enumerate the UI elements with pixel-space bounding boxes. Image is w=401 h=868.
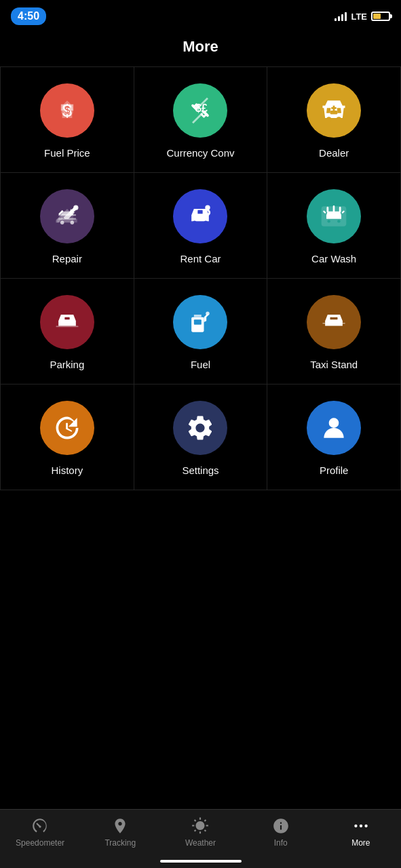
weather-icon xyxy=(191,816,210,835)
dealer-icon xyxy=(307,83,361,138)
grid-item-history[interactable]: History xyxy=(1,384,134,490)
svg-point-18 xyxy=(328,220,330,222)
grid-item-settings[interactable]: Settings xyxy=(134,384,268,490)
tracking-nav-label: Tracking xyxy=(104,838,136,848)
dealer-label: Dealer xyxy=(319,147,349,159)
currency-label: Currency Conv xyxy=(166,147,234,159)
svg-rect-15 xyxy=(198,210,203,214)
svg-point-14 xyxy=(204,220,208,224)
svg-point-12 xyxy=(73,205,78,210)
status-right: LTE xyxy=(335,12,390,22)
svg-text:$: $ xyxy=(64,104,70,115)
parking-label: Parking xyxy=(50,359,84,370)
network-label: LTE xyxy=(351,12,367,22)
taxi-icon xyxy=(307,295,361,349)
repair-label: Repair xyxy=(52,253,82,264)
grid-item-profile[interactable]: Profile xyxy=(267,384,401,490)
page-title: More xyxy=(0,30,401,66)
svg-point-26 xyxy=(206,311,210,315)
grid-item-car-wash[interactable]: Car Wash xyxy=(267,173,401,279)
profile-label: Profile xyxy=(320,465,349,476)
tracking-icon xyxy=(111,816,130,835)
nav-more[interactable]: More xyxy=(334,816,388,848)
more-icon xyxy=(351,816,370,835)
fuel-label: Fuel xyxy=(191,359,210,370)
info-icon xyxy=(271,816,290,835)
grid-item-dealer[interactable]: Dealer xyxy=(267,67,401,173)
grid-item-rent-car[interactable]: Rent Car xyxy=(134,173,268,279)
info-nav-label: Info xyxy=(274,838,288,848)
svg-point-27 xyxy=(326,326,330,330)
svg-rect-8 xyxy=(330,111,338,115)
nav-speedometer[interactable]: Speedometer xyxy=(13,816,67,848)
weather-nav-label: Weather xyxy=(185,838,216,848)
car-wash-icon xyxy=(307,189,361,243)
svg-point-11 xyxy=(70,220,73,224)
taxi-stand-label: Taxi Stand xyxy=(310,359,358,370)
history-icon xyxy=(40,401,94,455)
svg-point-7 xyxy=(337,117,341,121)
currency-icon: $ £ xyxy=(173,83,227,138)
battery-icon xyxy=(371,12,390,21)
nav-info[interactable]: Info xyxy=(254,816,308,848)
fuel-price-label: Fuel Price xyxy=(44,147,90,159)
speedometer-nav-label: Speedometer xyxy=(16,838,64,848)
repair-icon xyxy=(40,189,94,243)
svg-point-10 xyxy=(60,220,64,224)
settings-icon xyxy=(173,401,227,455)
svg-rect-30 xyxy=(331,315,336,317)
battery-fill xyxy=(373,14,381,19)
svg-rect-29 xyxy=(330,317,338,320)
svg-rect-22 xyxy=(64,317,69,320)
car-wash-label: Car Wash xyxy=(311,253,356,264)
svg-point-16 xyxy=(206,205,210,210)
feature-grid: $$ Fuel Price $ £ Currency Conv xyxy=(0,66,401,490)
grid-item-parking[interactable]: Parking xyxy=(1,279,134,384)
svg-point-33 xyxy=(354,825,357,827)
status-time: 4:50 xyxy=(11,7,46,25)
grid-item-fuel[interactable]: Fuel xyxy=(134,279,268,384)
svg-point-31 xyxy=(329,418,339,428)
svg-point-13 xyxy=(193,220,197,224)
speedometer-icon xyxy=(31,816,50,835)
nav-weather[interactable]: Weather xyxy=(173,816,227,848)
grid-item-taxi-stand[interactable]: Taxi Stand xyxy=(267,279,401,384)
signal-icon xyxy=(335,12,347,21)
status-bar: 4:50 LTE xyxy=(0,0,401,30)
svg-point-19 xyxy=(337,220,340,222)
svg-point-28 xyxy=(338,326,342,330)
history-label: History xyxy=(51,465,83,476)
more-nav-label: More xyxy=(351,838,370,848)
svg-rect-25 xyxy=(194,319,202,324)
fuel-icon xyxy=(173,295,227,349)
profile-icon xyxy=(307,401,361,455)
nav-tracking[interactable]: Tracking xyxy=(93,816,147,848)
grid-item-repair[interactable]: Repair xyxy=(1,173,134,279)
svg-point-34 xyxy=(360,825,362,827)
svg-point-32 xyxy=(39,825,41,827)
parking-icon xyxy=(40,295,94,349)
fuel-price-icon: $$ xyxy=(40,83,94,138)
settings-label: Settings xyxy=(182,465,218,476)
grid-item-fuel-price[interactable]: $$ Fuel Price xyxy=(1,67,134,173)
grid-item-currency[interactable]: $ £ Currency Conv xyxy=(134,67,268,173)
home-indicator xyxy=(160,860,242,863)
svg-point-6 xyxy=(326,117,331,121)
rent-car-icon xyxy=(173,189,227,243)
rent-car-label: Rent Car xyxy=(180,253,221,264)
svg-rect-23 xyxy=(56,326,78,328)
svg-point-35 xyxy=(364,825,367,827)
bottom-nav: Speedometer Tracking Weather Info xyxy=(0,809,401,868)
